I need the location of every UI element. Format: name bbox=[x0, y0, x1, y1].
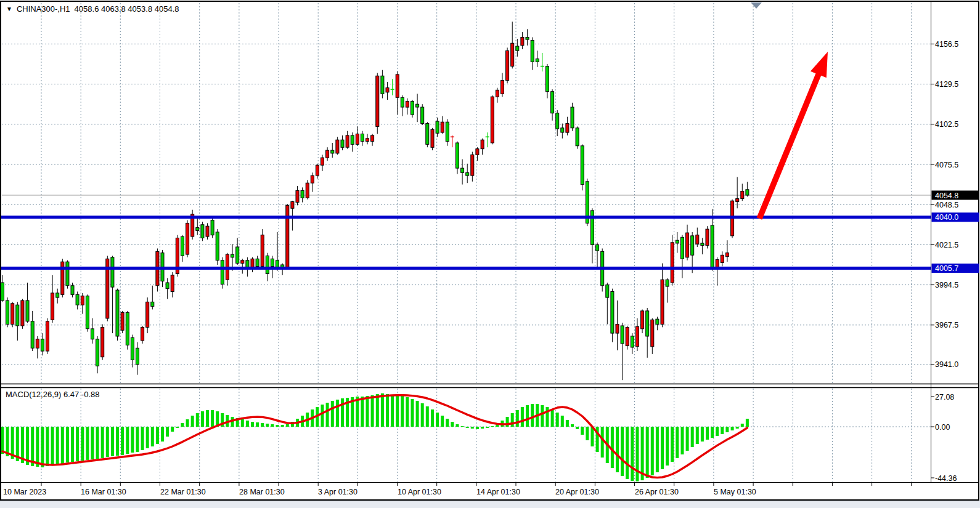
candle bbox=[386, 82, 389, 100]
macd-histogram-bar bbox=[81, 427, 84, 461]
trend-arrow[interactable] bbox=[759, 52, 828, 219]
candle bbox=[336, 137, 339, 155]
candle bbox=[651, 318, 654, 354]
time-tick-label: 5 May 01:30 bbox=[714, 488, 756, 496]
macd-histogram-bar bbox=[191, 416, 194, 427]
macd-histogram-bar bbox=[416, 401, 419, 427]
candle bbox=[461, 159, 464, 185]
macd-histogram-bar bbox=[746, 419, 749, 427]
symbol-dropdown-icon[interactable]: ▼ bbox=[6, 5, 12, 13]
price-scale[interactable]: 4156.54129.54102.54075.54048.54021.53994… bbox=[931, 40, 979, 483]
macd-histogram-bar bbox=[186, 419, 189, 427]
price-tick-label: 4129.5 bbox=[935, 80, 958, 89]
candle bbox=[481, 139, 484, 155]
candle bbox=[11, 302, 14, 327]
macd-histogram-bar bbox=[261, 423, 264, 427]
candle bbox=[306, 180, 309, 199]
macd-histogram-bar bbox=[126, 427, 129, 454]
candle bbox=[631, 333, 634, 354]
candle bbox=[76, 292, 79, 310]
macd-histogram-bar bbox=[636, 427, 639, 482]
candle bbox=[441, 116, 444, 134]
candle bbox=[261, 229, 264, 268]
macd-histogram-bar bbox=[556, 413, 559, 427]
level-price-box-label: 4040.0 bbox=[935, 213, 958, 222]
macd-histogram-bar bbox=[396, 395, 399, 427]
candle bbox=[626, 326, 629, 350]
candle bbox=[566, 117, 569, 135]
candle bbox=[401, 95, 404, 116]
macd-histogram-bar bbox=[706, 427, 709, 440]
chart-canvas[interactable]: 4156.54129.54102.54075.54048.54021.53994… bbox=[0, 0, 980, 508]
candle bbox=[576, 126, 579, 148]
candle bbox=[541, 53, 544, 71]
macd-histogram-bar bbox=[136, 427, 139, 452]
macd-histogram-bar bbox=[426, 406, 429, 427]
candle bbox=[581, 144, 584, 190]
candle bbox=[236, 238, 239, 265]
macd-histogram-bar bbox=[486, 427, 489, 428]
macd-signal-line bbox=[2, 395, 747, 478]
candle bbox=[521, 32, 524, 49]
candle bbox=[456, 142, 459, 174]
candle bbox=[636, 318, 639, 351]
candle bbox=[471, 152, 474, 182]
macd-histogram-bar bbox=[111, 427, 114, 456]
macd-histogram-bar bbox=[681, 427, 684, 454]
candle bbox=[326, 147, 329, 161]
macd-histogram-bar bbox=[521, 407, 524, 427]
candle bbox=[511, 22, 514, 68]
time-scale[interactable]: 10 Mar 202316 Mar 01:3022 Mar 01:3028 Ma… bbox=[3, 483, 912, 496]
macd-histogram-bar bbox=[676, 427, 679, 458]
candle bbox=[446, 119, 449, 145]
candle bbox=[131, 335, 134, 368]
macd-histogram-bar bbox=[46, 427, 49, 466]
macd-histogram-bar bbox=[711, 427, 714, 438]
candle bbox=[381, 70, 384, 99]
time-tick-label: 14 Apr 01:30 bbox=[476, 488, 520, 496]
macd-histogram-bar bbox=[566, 420, 569, 427]
candle bbox=[721, 251, 724, 266]
macd-histogram-bar bbox=[471, 427, 474, 429]
macd-histogram-bar bbox=[151, 427, 154, 446]
candle bbox=[391, 79, 394, 95]
candle bbox=[21, 299, 24, 329]
candle bbox=[666, 278, 669, 303]
candle bbox=[61, 259, 64, 297]
candle bbox=[146, 297, 149, 333]
macd-histogram-bar bbox=[476, 427, 479, 429]
candle bbox=[196, 217, 199, 235]
candle bbox=[191, 210, 194, 240]
macd-histogram-bar bbox=[176, 427, 179, 428]
candle bbox=[586, 179, 589, 226]
candle bbox=[646, 308, 649, 358]
macd-histogram-bar bbox=[551, 409, 554, 427]
candle bbox=[506, 47, 509, 83]
candle bbox=[611, 289, 614, 342]
candle bbox=[746, 182, 749, 196]
macd-axis-label: -44.36 bbox=[935, 474, 957, 483]
candle bbox=[91, 318, 94, 344]
macd-histogram-bar bbox=[661, 427, 664, 469]
macd-histogram-bar bbox=[361, 397, 364, 427]
macd-histogram-bar bbox=[421, 403, 424, 427]
candle bbox=[366, 134, 369, 145]
candle bbox=[331, 143, 334, 158]
candle bbox=[156, 249, 159, 292]
candle bbox=[616, 300, 619, 350]
candle bbox=[221, 257, 224, 289]
candle bbox=[141, 326, 144, 344]
macd-histogram-bar bbox=[36, 427, 39, 467]
macd-histogram-bar bbox=[446, 419, 449, 427]
candle bbox=[51, 275, 54, 323]
candle bbox=[536, 50, 539, 67]
candle bbox=[406, 99, 409, 115]
macd-histogram-bar bbox=[461, 426, 464, 427]
candle bbox=[56, 289, 59, 304]
candle bbox=[6, 297, 9, 327]
price-tick-label: 3941.0 bbox=[935, 360, 958, 369]
chart-shift-marker-icon[interactable] bbox=[751, 2, 762, 9]
macd-histogram-bar bbox=[431, 409, 434, 427]
candle bbox=[31, 311, 34, 351]
macd-axis-label: 27.08 bbox=[935, 393, 954, 401]
